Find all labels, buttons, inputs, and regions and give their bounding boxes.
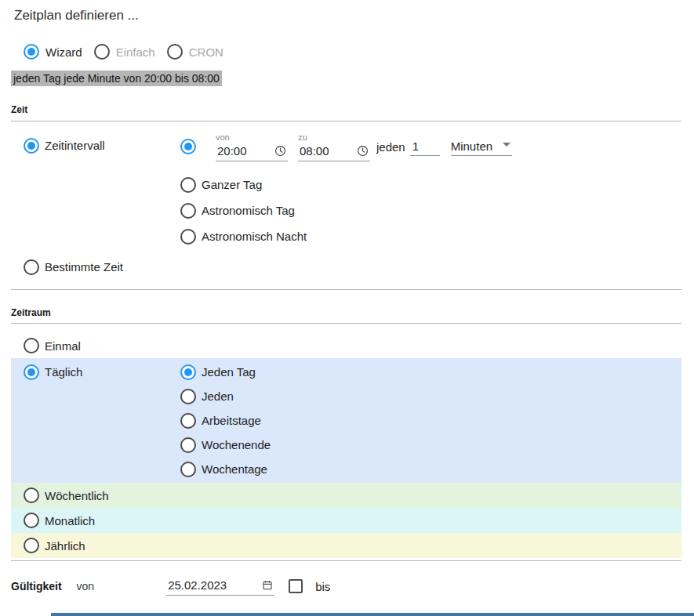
taeglich-option[interactable]: Täglich <box>11 360 180 384</box>
ganzer-tag-label: Ganzer Tag <box>202 178 262 191</box>
validity-heading: Gültigkeit <box>11 580 62 592</box>
jaehrlich-label: Jährlich <box>45 539 85 553</box>
astronomisch-tag-label: Astronomisch Tag <box>202 204 295 217</box>
bottom-accent-bar <box>51 613 694 616</box>
dropdown-caret-icon <box>503 143 511 147</box>
jeden-tag-radio[interactable] <box>180 364 196 380</box>
from-time-input[interactable]: 20:00 <box>216 142 288 161</box>
zeit-left-column: Zeitintervall <box>11 132 180 249</box>
einfach-radio[interactable] <box>94 44 110 60</box>
jeden-tag-option[interactable]: Jeden Tag <box>180 360 681 384</box>
validity-date-value: 25.02.2023 <box>168 578 227 592</box>
einmal-radio[interactable] <box>24 338 39 353</box>
zeitintervall-label: Zeitintervall <box>45 139 105 152</box>
taeglich-label: Täglich <box>45 365 82 379</box>
woechentlich-option[interactable]: Wöchentlich <box>11 483 681 508</box>
monatlich-radio[interactable] <box>24 513 39 528</box>
zeit-section-heading: Zeit <box>11 104 681 121</box>
astronomisch-nacht-option[interactable]: Astronomisch Nacht <box>180 223 681 249</box>
wochentage-label: Wochentage <box>202 462 267 476</box>
wochenende-radio[interactable] <box>180 437 196 453</box>
wochentage-radio[interactable] <box>180 462 196 477</box>
einfach-label: Einfach <box>116 45 155 59</box>
astronomisch-nacht-radio[interactable] <box>180 229 196 245</box>
bestimmte-zeit-option[interactable]: Bestimmte Zeit <box>11 254 681 280</box>
from-time-field: von 20:00 <box>216 132 288 161</box>
einmal-option[interactable]: Einmal <box>11 333 681 358</box>
mode-selector: Wizard Einfach CRON <box>24 44 694 60</box>
mode-option-einfach[interactable]: Einfach <box>94 44 155 60</box>
mode-option-wizard[interactable]: Wizard <box>24 44 82 60</box>
interval-mode-radio[interactable] <box>180 139 196 154</box>
astronomisch-tag-radio[interactable] <box>180 203 196 219</box>
cron-radio[interactable] <box>167 44 183 60</box>
dialog-title: Zeitplan definieren ... <box>0 0 694 24</box>
wizard-radio[interactable] <box>24 44 39 60</box>
section-divider <box>11 560 681 561</box>
ganzer-tag-option[interactable]: Ganzer Tag <box>180 172 681 197</box>
taeglich-left-column: Täglich <box>11 360 180 481</box>
from-mini-label: von <box>216 132 288 142</box>
validity-from-label: von <box>77 580 95 592</box>
jaehrlich-option[interactable]: Jährlich <box>11 533 681 558</box>
validity-date-input[interactable]: 25.02.2023 <box>166 577 274 596</box>
wochenende-label: Wochenende <box>202 438 271 451</box>
zeit-right-column: von 20:00 zu 08:00 jeden 1 <box>180 132 681 249</box>
from-time-value: 20:00 <box>217 144 247 158</box>
zeitintervall-option[interactable]: Zeitintervall <box>11 132 180 158</box>
to-time-input[interactable]: 08:00 <box>298 142 370 161</box>
jeden-label: Jeden <box>202 390 234 403</box>
astronomisch-tag-option[interactable]: Astronomisch Tag <box>180 197 681 223</box>
every-label: jeden <box>376 140 405 156</box>
taeglich-options-column: Jeden Tag Jeden Arbeitstage Wochenende W… <box>180 360 681 481</box>
monatlich-option[interactable]: Monatlich <box>11 508 681 533</box>
wochentage-option[interactable]: Wochentage <box>180 457 681 481</box>
interval-time-row: von 20:00 zu 08:00 jeden 1 <box>180 132 681 172</box>
schedule-summary-text: jeden Tag jede Minute von 20:00 bis 08:0… <box>11 71 222 86</box>
zeit-section: Zeitintervall von 20:00 zu 08:00 <box>11 132 681 249</box>
every-interval-group: jeden 1 Minuten <box>376 140 512 156</box>
zeitintervall-radio[interactable] <box>24 138 39 154</box>
bestimmte-zeit-label: Bestimmte Zeit <box>45 260 123 274</box>
to-time-field: zu 08:00 <box>298 132 370 161</box>
unit-select[interactable]: Minuten <box>451 140 512 156</box>
calendar-icon[interactable] <box>262 579 273 591</box>
schedule-dialog: Zeitplan definieren ... Wizard Einfach C… <box>0 0 694 616</box>
monatlich-label: Monatlich <box>45 514 95 527</box>
to-mini-label: zu <box>298 132 370 142</box>
einmal-label: Einmal <box>45 339 81 353</box>
validity-bis-checkbox[interactable] <box>289 579 303 593</box>
section-divider <box>11 289 681 290</box>
jeden-tag-label: Jeden Tag <box>202 365 256 379</box>
every-number-input[interactable]: 1 <box>410 140 440 156</box>
jeden-option[interactable]: Jeden <box>180 384 681 408</box>
jeden-radio[interactable] <box>180 389 196 404</box>
wochenende-option[interactable]: Wochenende <box>180 433 681 457</box>
jaehrlich-radio[interactable] <box>24 538 39 553</box>
astronomisch-nacht-label: Astronomisch Nacht <box>202 230 307 243</box>
woechentlich-label: Wöchentlich <box>45 489 109 502</box>
validity-bis-label: bis <box>315 580 330 593</box>
mode-option-cron[interactable]: CRON <box>167 44 223 60</box>
arbeitstage-option[interactable]: Arbeitstage <box>180 408 681 433</box>
wizard-label: Wizard <box>45 45 82 59</box>
clock-icon[interactable] <box>357 145 369 157</box>
taeglich-radio[interactable] <box>24 364 39 380</box>
clock-icon[interactable] <box>274 145 286 157</box>
arbeitstage-radio[interactable] <box>180 413 196 429</box>
taeglich-block: Täglich Jeden Tag Jeden Arbeitstage Woch… <box>11 358 681 483</box>
to-time-value: 08:00 <box>300 144 329 158</box>
woechentlich-radio[interactable] <box>24 487 39 503</box>
cron-label: CRON <box>189 45 223 59</box>
unit-value: Minuten <box>451 140 492 153</box>
ganzer-tag-radio[interactable] <box>180 177 196 193</box>
bestimmte-zeit-radio[interactable] <box>24 259 39 275</box>
schedule-summary-row: jeden Tag jede Minute von 20:00 bis 08:0… <box>11 71 694 85</box>
zeitraum-section-heading: Zeitraum <box>11 307 681 324</box>
arbeitstage-label: Arbeitstage <box>202 414 261 427</box>
validity-section: Gültigkeit von 25.02.2023 bis <box>11 577 681 596</box>
